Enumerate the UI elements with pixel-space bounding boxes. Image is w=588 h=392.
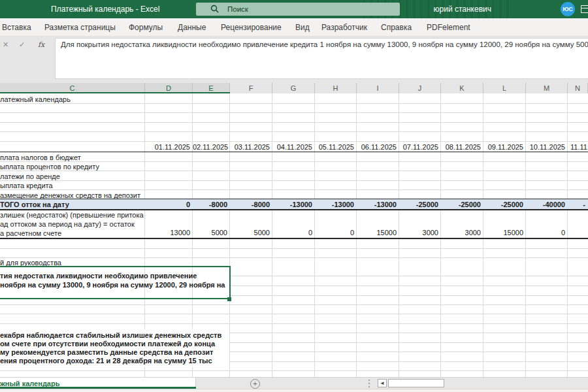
surplus-cell[interactable]: 15000 <box>357 228 399 237</box>
tab-developer[interactable]: Разработчик <box>321 23 367 32</box>
title-bar: Платежный календарь - Excel Поиск юрий с… <box>0 0 588 18</box>
tab-pdfelement[interactable]: PDFelement <box>427 23 470 32</box>
surplus-cell[interactable]: 3000 <box>399 228 441 237</box>
col-header-F[interactable]: F <box>230 83 272 93</box>
note-box-line: ноября на сумму 13000, 9 ноября на сумму… <box>0 280 227 289</box>
cell-title[interactable]: латежный календарь <box>0 95 145 104</box>
ribbon-tab-bar: Вставка Разметка страницы Формулы Данные… <box>0 18 588 37</box>
date-cell[interactable]: 04.11.2025 <box>272 142 315 152</box>
tab-insert[interactable]: Вставка <box>2 23 31 32</box>
enter-icon[interactable]: ✓ <box>19 41 25 49</box>
date-cell[interactable]: 09.11.2025 <box>483 142 526 152</box>
date-cell[interactable]: 07.11.2025 <box>399 142 441 152</box>
tab-help[interactable]: Справка <box>381 23 412 32</box>
surplus-label-line: а расчетном счете <box>0 229 150 238</box>
date-cell[interactable]: 10.11.2025 <box>526 142 568 152</box>
col-header-H[interactable]: H <box>315 83 357 93</box>
tab-formulas[interactable]: Формулы <box>129 23 163 32</box>
surplus-cell[interactable]: 3000 <box>441 228 483 237</box>
gridline <box>230 351 588 352</box>
row-label[interactable]: ыплата процентов по кредиту <box>0 162 145 171</box>
surplus-cell[interactable]: 0 <box>315 228 357 237</box>
total-row-label[interactable]: ТОГО отток на дату <box>0 200 145 209</box>
col-header-L[interactable]: L <box>483 83 526 93</box>
ribbon-display-options-icon[interactable] <box>581 5 588 13</box>
gridline <box>0 304 588 305</box>
surplus-cell[interactable]: 0 <box>526 228 568 237</box>
insert-function-icon[interactable]: fx <box>38 41 44 49</box>
status-bar <box>0 389 588 392</box>
table-border <box>0 238 588 239</box>
total-cell[interactable]: -25000 <box>441 200 483 209</box>
gridline <box>230 342 588 343</box>
search-box[interactable]: Поиск <box>196 3 400 16</box>
gridline <box>0 112 588 113</box>
surplus-cell[interactable]: 5000 <box>230 228 272 237</box>
total-cell[interactable]: - <box>568 200 588 209</box>
gridline <box>0 323 588 324</box>
tab-view[interactable]: Вид <box>295 23 310 32</box>
formula-text: Для покрытия недостатка ликвидности необ… <box>61 41 588 48</box>
excel-window: Платежный календарь - Excel Поиск юрий с… <box>0 0 588 392</box>
tab-splitter-handle[interactable] <box>368 380 370 387</box>
add-sheet-button[interactable]: + <box>250 379 260 389</box>
gridline <box>0 314 588 314</box>
total-cell[interactable]: -13000 <box>272 200 315 209</box>
fill-handle[interactable] <box>227 297 231 301</box>
gridline <box>230 361 588 362</box>
col-header-N[interactable]: N <box>568 83 588 93</box>
gridline <box>230 276 588 276</box>
formula-bar: ✕ ✓ fx Для покрытия недостатка ликвиднос… <box>0 37 588 83</box>
date-cell[interactable]: 11.11.2025 <box>568 142 588 152</box>
col-header-G[interactable]: G <box>272 83 315 93</box>
total-cell[interactable]: -13000 <box>357 200 399 209</box>
tab-review[interactable]: Рецензирование <box>221 23 282 32</box>
tab-data[interactable]: Данные <box>178 23 206 32</box>
row-label[interactable]: плата налогов в бюджет <box>0 153 145 162</box>
tab-page-layout[interactable]: Разметка страницы <box>44 23 116 32</box>
surplus-cell[interactable]: 15000 <box>483 228 526 237</box>
total-cell[interactable]: -40000 <box>526 200 568 209</box>
search-icon <box>210 5 219 13</box>
date-cell[interactable]: 06.11.2025 <box>357 142 399 152</box>
formula-input[interactable]: Для покрытия недостатка ликвидности необ… <box>55 38 588 79</box>
bottom-note-line: ения процентного дохода: 21 и 28 декабря… <box>0 356 230 365</box>
bottom-note-line: му рекомендуется разместить данные средс… <box>0 348 230 357</box>
user-name[interactable]: юрий станкевич <box>434 5 491 14</box>
bottom-note-line[interactable]: екабря наблюдается стабильный излишек де… <box>0 331 230 340</box>
total-cell[interactable]: -25000 <box>483 200 526 209</box>
total-cell[interactable]: 0 <box>145 200 193 209</box>
gridline <box>0 248 588 249</box>
row-label[interactable]: латежи по аренде <box>0 172 145 181</box>
hscroll-thumb[interactable] <box>388 379 444 387</box>
date-cell[interactable]: 03.11.2025 <box>230 142 272 152</box>
surplus-cell[interactable]: 5000 <box>193 228 230 237</box>
gridline <box>230 286 588 286</box>
total-cell[interactable]: -13000 <box>315 200 357 209</box>
gridline <box>0 370 588 371</box>
date-cell[interactable]: 08.11.2025 <box>441 142 483 152</box>
date-cell[interactable]: 02.11.2025 <box>193 142 230 152</box>
hscroll-left-arrow[interactable]: ◄ <box>378 379 387 387</box>
avatar[interactable]: ЮС <box>561 2 575 16</box>
surplus-cell[interactable]: 0 <box>272 228 315 237</box>
worksheet-grid: C D E F G H I J K L M N <box>0 83 588 377</box>
col-header-J[interactable]: J <box>399 83 441 93</box>
col-header-K[interactable]: K <box>441 83 483 93</box>
total-cell[interactable]: -8000 <box>230 200 272 209</box>
surplus-cell[interactable]: 13000 <box>145 228 193 237</box>
window-title: Платежный календарь - Excel <box>51 5 159 14</box>
date-cell[interactable]: 01.11.2025 <box>145 142 193 152</box>
total-cell[interactable]: -25000 <box>399 200 441 209</box>
surplus-label-line: ад оттоком за период на дату) = остаток <box>0 220 150 229</box>
row-label[interactable]: ыплата кредита <box>0 181 145 190</box>
gridline <box>0 141 588 142</box>
gridline <box>0 122 588 123</box>
date-cell[interactable]: 05.11.2025 <box>315 142 357 152</box>
surplus-label-line[interactable]: злишек (недостаток) (превышение притока <box>0 210 150 220</box>
col-header-I[interactable]: I <box>357 83 399 93</box>
col-header-M[interactable]: M <box>526 83 568 93</box>
cancel-icon[interactable]: ✕ <box>3 41 8 49</box>
gridline <box>0 131 588 132</box>
total-cell[interactable]: -8000 <box>193 200 230 209</box>
